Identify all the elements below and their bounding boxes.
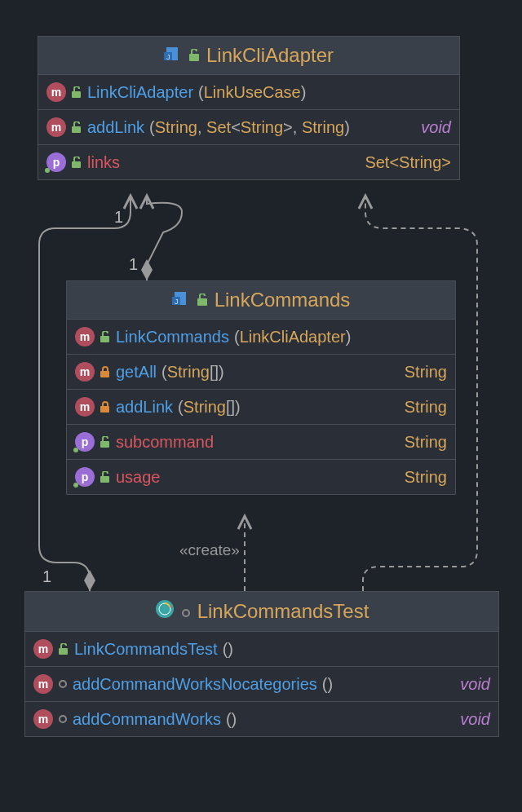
svg-rect-8 xyxy=(72,161,81,168)
method-badge: m xyxy=(75,397,95,417)
class-name: LinkCliAdapter xyxy=(206,44,334,67)
svg-point-20 xyxy=(183,610,189,616)
member-params: (LinkUseCase) xyxy=(198,82,306,103)
method-row: m LinkCommandsTest() xyxy=(25,632,498,667)
return-type: Set<String> xyxy=(365,152,451,173)
method-row: m addCommandWorksNocategories()void xyxy=(25,667,498,702)
unlock-icon xyxy=(188,44,200,67)
member-name: LinkCliAdapter xyxy=(87,82,193,103)
member-name: addLink xyxy=(116,396,173,417)
java-file-icon: J xyxy=(172,289,190,311)
svg-rect-5 xyxy=(189,54,199,61)
unlock-icon xyxy=(100,331,111,343)
svg-marker-1 xyxy=(84,570,95,591)
member-name: LinkCommands xyxy=(116,326,229,347)
cardinality-label: 1 xyxy=(114,208,123,227)
member-name: usage xyxy=(116,466,161,488)
svg-rect-21 xyxy=(59,648,68,655)
class-title: J LinkCommands xyxy=(67,281,455,320)
class-linkcliadapter: J LinkCliAdapter m LinkCliAdapter(LinkUs… xyxy=(38,36,460,180)
cardinality-label: 1 xyxy=(129,255,138,274)
member-params: () xyxy=(322,673,333,695)
method-badge: m xyxy=(33,674,53,694)
class-title: J LinkCliAdapter xyxy=(38,37,459,75)
svg-rect-7 xyxy=(72,126,81,133)
member-params: (String[]) xyxy=(178,396,241,417)
lock-icon xyxy=(100,401,111,413)
member-name: getAll xyxy=(116,361,157,382)
svg-point-23 xyxy=(60,716,66,722)
svg-rect-16 xyxy=(100,441,109,448)
class-linkcommandstest: LinkCommandsTest m LinkCommandsTest()m a… xyxy=(24,591,499,737)
lock-icon xyxy=(100,366,111,378)
member-params: () xyxy=(226,708,237,730)
svg-text:J: J xyxy=(175,298,179,306)
method-badge: m xyxy=(46,82,66,102)
method-row: m getAll(String[])String xyxy=(67,355,455,390)
member-params: (String[]) xyxy=(161,361,224,382)
unlock-icon xyxy=(71,121,82,134)
method-row: m addLink(String, Set<String>, String)vo… xyxy=(38,110,459,145)
member-name: subcommand xyxy=(116,431,214,452)
member-name: links xyxy=(87,152,120,173)
svg-rect-15 xyxy=(100,406,109,413)
cardinality-label: 1 xyxy=(42,567,51,586)
method-row: m LinkCommands(LinkCliAdapter) xyxy=(67,320,455,355)
svg-rect-6 xyxy=(72,91,81,98)
method-row: m LinkCliAdapter(LinkUseCase) xyxy=(38,75,459,110)
property-row: p usageString xyxy=(67,460,455,494)
method-badge: m xyxy=(33,639,53,659)
svg-marker-0 xyxy=(141,259,153,280)
property-badge: p xyxy=(46,152,66,172)
return-type: void xyxy=(421,117,451,138)
unlock-icon xyxy=(100,471,111,483)
svg-rect-17 xyxy=(100,476,109,483)
member-params: (String, Set<String>, String) xyxy=(149,117,350,138)
method-row: m addCommandWorks()void xyxy=(25,702,498,736)
return-type: String xyxy=(405,466,447,488)
class-title: LinkCommandsTest xyxy=(25,592,498,632)
property-row: p linksSet<String> xyxy=(38,145,459,179)
java-file-icon: J xyxy=(164,44,182,67)
svg-point-22 xyxy=(60,681,66,687)
member-name: addLink xyxy=(87,117,144,138)
svg-point-18 xyxy=(156,600,174,618)
svg-rect-14 xyxy=(100,371,109,377)
class-name: LinkCommands xyxy=(215,289,351,311)
member-params: (LinkCliAdapter) xyxy=(234,326,351,347)
return-type: void xyxy=(460,708,490,730)
unlock-icon xyxy=(197,289,208,311)
svg-rect-12 xyxy=(197,298,207,306)
method-badge: m xyxy=(33,709,53,729)
hollow-vis-icon xyxy=(58,679,68,689)
svg-text:J: J xyxy=(166,53,170,61)
hollow-vis-icon xyxy=(181,600,191,623)
test-class-icon xyxy=(155,599,175,624)
hollow-vis-icon xyxy=(58,714,68,724)
method-row: m addLink(String[])String xyxy=(67,390,455,425)
property-badge: p xyxy=(75,467,95,487)
property-row: p subcommandString xyxy=(67,425,455,460)
method-badge: m xyxy=(46,117,66,137)
unlock-icon xyxy=(58,643,69,655)
unlock-icon xyxy=(100,436,111,448)
property-badge: p xyxy=(75,432,95,452)
member-name: LinkCommandsTest xyxy=(74,638,218,660)
return-type: String xyxy=(405,361,447,382)
member-params: () xyxy=(223,638,233,660)
create-stereotype: «create» xyxy=(179,541,240,559)
class-name: LinkCommandsTest xyxy=(197,600,369,623)
member-name: addCommandWorks xyxy=(73,708,221,730)
method-badge: m xyxy=(75,327,95,346)
member-name: addCommandWorksNocategories xyxy=(73,673,317,695)
unlock-icon xyxy=(71,157,82,169)
method-badge: m xyxy=(75,362,95,382)
svg-rect-13 xyxy=(100,336,109,342)
return-type: String xyxy=(405,396,447,417)
unlock-icon xyxy=(71,86,82,99)
return-type: void xyxy=(460,673,490,695)
class-linkcommands: J LinkCommands m LinkCommands(LinkCliAda… xyxy=(66,280,456,495)
return-type: String xyxy=(405,431,447,452)
